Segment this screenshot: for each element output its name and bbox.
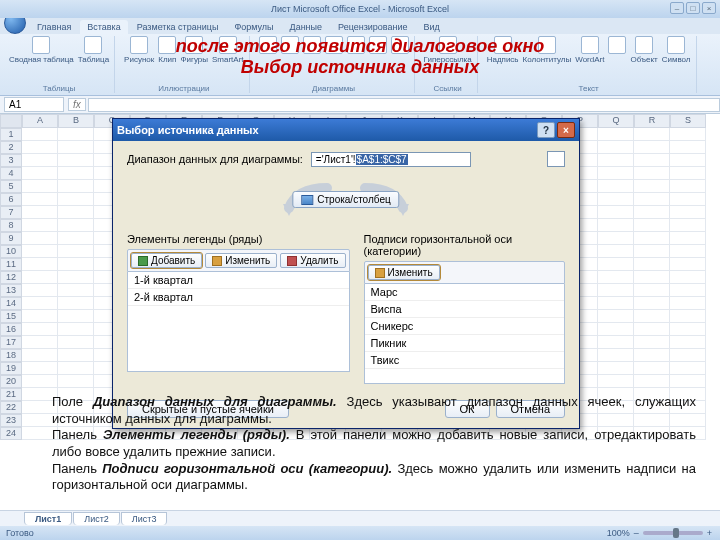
row-head[interactable]: 23 [0, 414, 22, 427]
cell[interactable] [22, 297, 58, 310]
cell[interactable] [22, 245, 58, 258]
axis-edit-button[interactable]: Изменить [368, 265, 440, 280]
cell[interactable] [670, 141, 706, 154]
cell[interactable] [670, 349, 706, 362]
legend-edit-button[interactable]: Изменить [205, 253, 277, 268]
tab-data[interactable]: Данные [283, 20, 330, 34]
cell[interactable] [22, 167, 58, 180]
col-head[interactable]: R [634, 114, 670, 128]
cell[interactable] [58, 271, 94, 284]
list-item[interactable]: Марс [365, 284, 565, 301]
cell[interactable] [670, 323, 706, 336]
cell[interactable] [598, 180, 634, 193]
cell[interactable] [634, 297, 670, 310]
axis-list[interactable]: Марс Виспа Сникерс Пикник Твикс [364, 284, 566, 384]
cell[interactable] [22, 154, 58, 167]
cell[interactable] [634, 336, 670, 349]
cell[interactable] [670, 362, 706, 375]
cell[interactable] [670, 271, 706, 284]
row-head[interactable]: 1 [0, 128, 22, 141]
cell[interactable] [598, 141, 634, 154]
zoom-slider[interactable] [643, 531, 703, 535]
cell[interactable] [634, 180, 670, 193]
btn-textbox[interactable]: Надпись [487, 36, 519, 64]
tab-insert[interactable]: Вставка [80, 20, 127, 34]
cell[interactable] [58, 297, 94, 310]
row-head[interactable]: 21 [0, 388, 22, 401]
cell[interactable] [670, 219, 706, 232]
cell[interactable] [634, 310, 670, 323]
cell[interactable] [58, 180, 94, 193]
row-head[interactable]: 7 [0, 206, 22, 219]
legend-list[interactable]: 1-й квартал 2-й квартал [127, 272, 350, 372]
cell[interactable] [22, 258, 58, 271]
range-picker-button[interactable] [547, 151, 565, 167]
cell[interactable] [634, 167, 670, 180]
row-head[interactable]: 9 [0, 232, 22, 245]
cell[interactable] [598, 349, 634, 362]
btn-signature[interactable] [608, 36, 626, 55]
cell[interactable] [670, 297, 706, 310]
cell[interactable] [634, 284, 670, 297]
cell[interactable] [22, 141, 58, 154]
tab-page-layout[interactable]: Разметка страницы [130, 20, 226, 34]
btn-pivot-table[interactable]: Сводная таблица [9, 36, 74, 64]
btn-chart-area[interactable] [347, 36, 365, 55]
btn-hyperlink[interactable]: Гиперссылка [424, 36, 472, 64]
range-input[interactable]: ='Лист1'!$A$1:$C$7 [311, 152, 471, 167]
cell[interactable] [598, 375, 634, 388]
list-item[interactable]: Пикник [365, 335, 565, 352]
cell[interactable] [634, 141, 670, 154]
btn-header-footer[interactable]: Колонтитулы [523, 36, 572, 64]
cell[interactable] [634, 349, 670, 362]
cell[interactable] [22, 323, 58, 336]
tab-view[interactable]: Вид [417, 20, 447, 34]
row-head[interactable]: 3 [0, 154, 22, 167]
cell[interactable] [22, 271, 58, 284]
cell[interactable] [670, 284, 706, 297]
cell[interactable] [634, 271, 670, 284]
cell[interactable] [22, 349, 58, 362]
list-item[interactable]: Виспа [365, 301, 565, 318]
cell[interactable] [598, 336, 634, 349]
sheet-tab-3[interactable]: Лист3 [121, 512, 168, 525]
row-head[interactable]: 11 [0, 258, 22, 271]
cell[interactable] [598, 323, 634, 336]
col-head[interactable]: Q [598, 114, 634, 128]
cell[interactable] [670, 258, 706, 271]
win-min-button[interactable]: – [670, 2, 684, 14]
cell[interactable] [598, 271, 634, 284]
cell[interactable] [22, 310, 58, 323]
cell[interactable] [58, 245, 94, 258]
row-head[interactable]: 14 [0, 297, 22, 310]
row-head[interactable]: 15 [0, 310, 22, 323]
cell[interactable] [634, 375, 670, 388]
row-head[interactable]: 17 [0, 336, 22, 349]
cell[interactable] [598, 167, 634, 180]
cell[interactable] [22, 128, 58, 141]
btn-symbol[interactable]: Символ [662, 36, 691, 64]
row-head[interactable]: 10 [0, 245, 22, 258]
cell[interactable] [670, 336, 706, 349]
cell[interactable] [598, 219, 634, 232]
btn-table[interactable]: Таблица [78, 36, 109, 64]
cell[interactable] [58, 375, 94, 388]
btn-chart-pie[interactable] [303, 36, 321, 55]
cell[interactable] [22, 375, 58, 388]
cell[interactable] [58, 206, 94, 219]
cell[interactable] [670, 245, 706, 258]
cell[interactable] [634, 362, 670, 375]
btn-smartart[interactable]: SmartArt [212, 36, 244, 64]
cell[interactable] [634, 323, 670, 336]
cell[interactable] [58, 141, 94, 154]
cell[interactable] [670, 375, 706, 388]
cell[interactable] [58, 258, 94, 271]
btn-clip[interactable]: Клип [158, 36, 176, 64]
cell[interactable] [22, 219, 58, 232]
fx-button[interactable]: fx [68, 98, 86, 111]
tab-home[interactable]: Главная [30, 20, 78, 34]
btn-wordart[interactable]: WordArt [575, 36, 604, 64]
cell[interactable] [670, 232, 706, 245]
cell[interactable] [634, 206, 670, 219]
cell[interactable] [22, 362, 58, 375]
